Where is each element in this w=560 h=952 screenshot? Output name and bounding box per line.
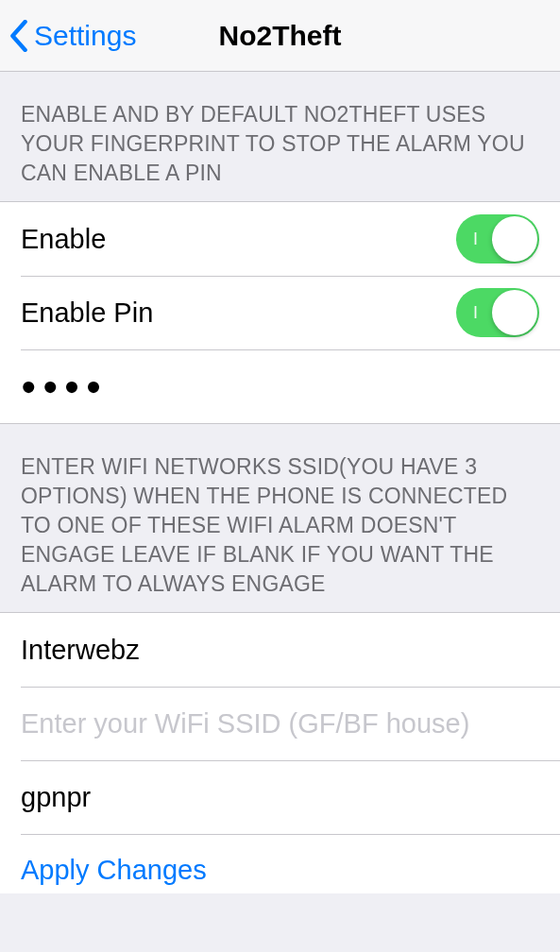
- toggle-on-indicator: I: [473, 230, 478, 249]
- label-enable: Enable: [21, 224, 456, 255]
- back-label: Settings: [34, 20, 136, 52]
- toggle-enable-pin[interactable]: I: [456, 288, 539, 337]
- back-button[interactable]: Settings: [0, 20, 136, 52]
- row-enable: Enable I: [0, 202, 560, 276]
- apply-changes-button[interactable]: Apply Changes: [0, 834, 560, 893]
- row-ssid-1[interactable]: [0, 613, 560, 687]
- ssid-input-3[interactable]: [21, 782, 539, 813]
- toggle-on-indicator: I: [473, 303, 478, 323]
- section-header-wifi: Enter WiFi networks SSID(you have 3 opti…: [0, 424, 560, 612]
- row-pin[interactable]: ●●●●: [0, 349, 560, 423]
- chevron-left-icon: [9, 20, 28, 52]
- row-ssid-2[interactable]: [0, 687, 560, 760]
- group-wifi: Apply Changes: [0, 612, 560, 893]
- section-header-enable: Enable and by default No2Theft uses your…: [0, 72, 560, 201]
- group-enable: Enable I Enable Pin I ●●●●: [0, 201, 560, 424]
- toggle-knob: [492, 290, 537, 335]
- ssid-input-2[interactable]: [21, 708, 539, 740]
- label-enable-pin: Enable Pin: [21, 298, 456, 329]
- pin-masked-value: ●●●●: [21, 371, 108, 401]
- row-ssid-3[interactable]: [0, 760, 560, 834]
- toggle-knob: [492, 216, 537, 262]
- ssid-input-1[interactable]: [21, 635, 539, 666]
- nav-bar: Settings No2Theft: [0, 0, 560, 72]
- toggle-enable[interactable]: I: [456, 214, 539, 264]
- row-enable-pin: Enable Pin I: [0, 276, 560, 349]
